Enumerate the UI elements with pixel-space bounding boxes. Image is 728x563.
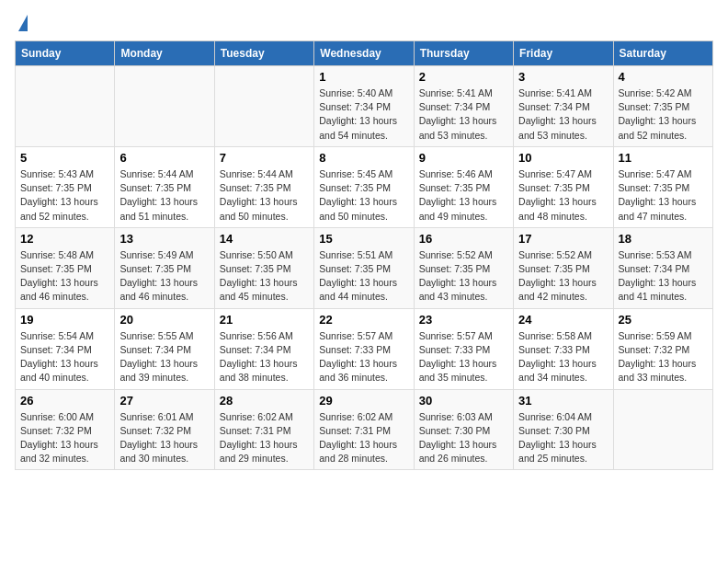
dow-wednesday: Wednesday <box>314 41 414 66</box>
day-info: Sunrise: 5:51 AM Sunset: 7:35 PM Dayligh… <box>319 248 408 304</box>
day-info: Sunrise: 5:57 AM Sunset: 7:33 PM Dayligh… <box>319 329 408 385</box>
calendar-cell: 7Sunrise: 5:44 AM Sunset: 7:35 PM Daylig… <box>214 146 313 227</box>
day-info: Sunrise: 5:44 AM Sunset: 7:35 PM Dayligh… <box>220 167 309 224</box>
day-number: 1 <box>319 70 408 84</box>
day-info: Sunrise: 5:42 AM Sunset: 7:35 PM Dayligh… <box>619 86 708 143</box>
dow-saturday: Saturday <box>613 41 712 66</box>
calendar-body: 1Sunrise: 5:40 AM Sunset: 7:34 PM Daylig… <box>16 66 713 470</box>
calendar-cell <box>214 66 313 147</box>
day-number: 10 <box>518 151 608 165</box>
day-number: 30 <box>419 394 508 408</box>
day-number: 29 <box>319 394 408 408</box>
day-info: Sunrise: 6:03 AM Sunset: 7:30 PM Dayligh… <box>419 410 508 466</box>
dow-monday: Monday <box>115 41 214 66</box>
day-info: Sunrise: 5:41 AM Sunset: 7:34 PM Dayligh… <box>419 86 508 143</box>
day-number: 31 <box>518 394 608 408</box>
day-info: Sunrise: 5:41 AM Sunset: 7:34 PM Dayligh… <box>518 86 608 143</box>
calendar-cell: 18Sunrise: 5:53 AM Sunset: 7:34 PM Dayli… <box>613 227 712 308</box>
page-header <box>15 15 713 31</box>
logo-triangle-icon <box>18 15 28 31</box>
day-info: Sunrise: 5:43 AM Sunset: 7:35 PM Dayligh… <box>20 167 109 224</box>
calendar-cell: 20Sunrise: 5:55 AM Sunset: 7:34 PM Dayli… <box>115 308 214 389</box>
dow-friday: Friday <box>514 41 613 66</box>
day-info: Sunrise: 6:02 AM Sunset: 7:31 PM Dayligh… <box>319 410 408 466</box>
calendar-cell: 22Sunrise: 5:57 AM Sunset: 7:33 PM Dayli… <box>314 308 414 389</box>
day-number: 2 <box>419 70 508 84</box>
day-number: 16 <box>419 232 508 246</box>
day-number: 28 <box>220 394 309 408</box>
calendar-week-1: 1Sunrise: 5:40 AM Sunset: 7:34 PM Daylig… <box>16 66 713 147</box>
day-number: 11 <box>619 151 708 165</box>
day-info: Sunrise: 5:49 AM Sunset: 7:35 PM Dayligh… <box>119 248 209 304</box>
calendar-cell: 27Sunrise: 6:01 AM Sunset: 7:32 PM Dayli… <box>115 389 214 470</box>
day-number: 8 <box>319 151 408 165</box>
calendar-cell: 28Sunrise: 6:02 AM Sunset: 7:31 PM Dayli… <box>214 389 313 470</box>
day-number: 22 <box>319 313 408 327</box>
calendar-week-5: 26Sunrise: 6:00 AM Sunset: 7:32 PM Dayli… <box>16 389 713 470</box>
day-number: 7 <box>220 151 309 165</box>
day-info: Sunrise: 6:01 AM Sunset: 7:32 PM Dayligh… <box>119 410 209 466</box>
day-info: Sunrise: 5:44 AM Sunset: 7:35 PM Dayligh… <box>119 167 209 224</box>
day-info: Sunrise: 6:02 AM Sunset: 7:31 PM Dayligh… <box>220 410 309 466</box>
calendar-cell: 12Sunrise: 5:48 AM Sunset: 7:35 PM Dayli… <box>16 227 115 308</box>
calendar-cell <box>613 389 712 470</box>
day-info: Sunrise: 5:56 AM Sunset: 7:34 PM Dayligh… <box>220 329 309 385</box>
day-info: Sunrise: 6:00 AM Sunset: 7:32 PM Dayligh… <box>20 410 109 466</box>
dow-tuesday: Tuesday <box>214 41 313 66</box>
calendar-cell: 30Sunrise: 6:03 AM Sunset: 7:30 PM Dayli… <box>414 389 513 470</box>
day-info: Sunrise: 5:52 AM Sunset: 7:35 PM Dayligh… <box>419 248 508 304</box>
day-number: 27 <box>119 394 209 408</box>
calendar-cell: 13Sunrise: 5:49 AM Sunset: 7:35 PM Dayli… <box>115 227 214 308</box>
day-info: Sunrise: 5:55 AM Sunset: 7:34 PM Dayligh… <box>119 329 209 385</box>
day-number: 15 <box>319 232 408 246</box>
day-number: 13 <box>119 232 209 246</box>
day-info: Sunrise: 5:54 AM Sunset: 7:34 PM Dayligh… <box>20 329 109 385</box>
day-info: Sunrise: 5:40 AM Sunset: 7:34 PM Dayligh… <box>319 86 408 143</box>
calendar-cell: 29Sunrise: 6:02 AM Sunset: 7:31 PM Dayli… <box>314 389 414 470</box>
calendar-cell: 3Sunrise: 5:41 AM Sunset: 7:34 PM Daylig… <box>514 66 613 147</box>
calendar-cell: 8Sunrise: 5:45 AM Sunset: 7:35 PM Daylig… <box>314 146 414 227</box>
logo <box>15 15 28 31</box>
day-info: Sunrise: 5:50 AM Sunset: 7:35 PM Dayligh… <box>220 248 309 304</box>
calendar-cell: 31Sunrise: 6:04 AM Sunset: 7:30 PM Dayli… <box>514 389 613 470</box>
calendar-cell: 19Sunrise: 5:54 AM Sunset: 7:34 PM Dayli… <box>16 308 115 389</box>
calendar-cell: 14Sunrise: 5:50 AM Sunset: 7:35 PM Dayli… <box>214 227 313 308</box>
day-info: Sunrise: 5:52 AM Sunset: 7:35 PM Dayligh… <box>518 248 608 304</box>
day-number: 21 <box>220 313 309 327</box>
day-number: 18 <box>619 232 708 246</box>
day-number: 9 <box>419 151 508 165</box>
day-info: Sunrise: 5:46 AM Sunset: 7:35 PM Dayligh… <box>419 167 508 224</box>
day-number: 14 <box>220 232 309 246</box>
day-info: Sunrise: 5:47 AM Sunset: 7:35 PM Dayligh… <box>518 167 608 224</box>
day-number: 3 <box>518 70 608 84</box>
calendar-cell: 1Sunrise: 5:40 AM Sunset: 7:34 PM Daylig… <box>314 66 414 147</box>
day-info: Sunrise: 5:45 AM Sunset: 7:35 PM Dayligh… <box>319 167 408 224</box>
calendar-cell: 17Sunrise: 5:52 AM Sunset: 7:35 PM Dayli… <box>514 227 613 308</box>
day-info: Sunrise: 5:53 AM Sunset: 7:34 PM Dayligh… <box>619 248 708 304</box>
calendar-cell: 25Sunrise: 5:59 AM Sunset: 7:32 PM Dayli… <box>613 308 712 389</box>
day-number: 17 <box>518 232 608 246</box>
calendar-cell: 15Sunrise: 5:51 AM Sunset: 7:35 PM Dayli… <box>314 227 414 308</box>
day-number: 24 <box>518 313 608 327</box>
day-of-week-header-row: SundayMondayTuesdayWednesdayThursdayFrid… <box>16 41 713 66</box>
dow-thursday: Thursday <box>414 41 513 66</box>
calendar-table: SundayMondayTuesdayWednesdayThursdayFrid… <box>15 40 713 470</box>
day-info: Sunrise: 5:48 AM Sunset: 7:35 PM Dayligh… <box>20 248 109 304</box>
day-number: 12 <box>20 232 109 246</box>
calendar-cell <box>115 66 214 147</box>
calendar-cell: 4Sunrise: 5:42 AM Sunset: 7:35 PM Daylig… <box>613 66 712 147</box>
dow-sunday: Sunday <box>16 41 115 66</box>
day-info: Sunrise: 5:47 AM Sunset: 7:35 PM Dayligh… <box>619 167 708 224</box>
calendar-cell: 5Sunrise: 5:43 AM Sunset: 7:35 PM Daylig… <box>16 146 115 227</box>
day-info: Sunrise: 5:58 AM Sunset: 7:33 PM Dayligh… <box>518 329 608 385</box>
calendar-cell: 9Sunrise: 5:46 AM Sunset: 7:35 PM Daylig… <box>414 146 513 227</box>
calendar-week-2: 5Sunrise: 5:43 AM Sunset: 7:35 PM Daylig… <box>16 146 713 227</box>
day-number: 23 <box>419 313 508 327</box>
day-number: 19 <box>20 313 109 327</box>
calendar-cell: 16Sunrise: 5:52 AM Sunset: 7:35 PM Dayli… <box>414 227 513 308</box>
calendar-cell: 23Sunrise: 5:57 AM Sunset: 7:33 PM Dayli… <box>414 308 513 389</box>
calendar-cell: 21Sunrise: 5:56 AM Sunset: 7:34 PM Dayli… <box>214 308 313 389</box>
day-info: Sunrise: 6:04 AM Sunset: 7:30 PM Dayligh… <box>518 410 608 466</box>
day-info: Sunrise: 5:59 AM Sunset: 7:32 PM Dayligh… <box>619 329 708 385</box>
calendar-week-3: 12Sunrise: 5:48 AM Sunset: 7:35 PM Dayli… <box>16 227 713 308</box>
